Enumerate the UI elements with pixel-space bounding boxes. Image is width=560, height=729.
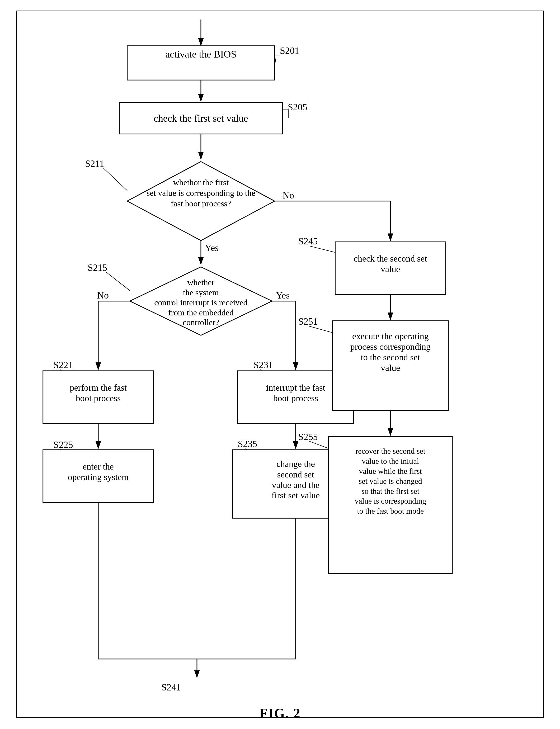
- s235-line4: first set value: [272, 490, 320, 500]
- svg-line-10: [106, 272, 130, 291]
- s255-line7: to the fast boot mode: [357, 506, 424, 515]
- s231-line1: interrupt the fast: [266, 383, 325, 392]
- s211-yes-label: Yes: [205, 243, 219, 253]
- s251-line4: value: [381, 363, 400, 373]
- svg-line-6: [103, 168, 127, 191]
- s215-line2: the system: [183, 288, 219, 297]
- s201-id: S201: [280, 45, 299, 56]
- s255-line3: value while the first: [359, 467, 422, 475]
- s215-line3: control interrupt is received: [154, 298, 247, 307]
- s255-line6: value is corresponding: [355, 496, 426, 505]
- s215-id: S215: [88, 262, 107, 273]
- s241-id: S241: [161, 682, 181, 693]
- s255-id: S255: [298, 431, 318, 442]
- s211-line2: set value is corresponding to the: [147, 189, 255, 198]
- svg-line-27: [309, 326, 333, 333]
- s211-id: S211: [85, 158, 104, 169]
- s235-id: S235: [238, 439, 257, 449]
- s255-line4: set value is changed: [359, 477, 422, 485]
- s215-line1: whether: [187, 278, 215, 287]
- s205-id: S205: [288, 102, 307, 112]
- s235-line1: change the: [276, 459, 315, 469]
- s231-id: S231: [253, 360, 273, 370]
- s251-line1: execute the operating: [352, 331, 429, 341]
- s211-no-label: No: [283, 190, 294, 201]
- s225-line2: operating system: [68, 472, 129, 482]
- s251-line3: to the second set: [361, 353, 420, 362]
- s215-line5: controller?: [183, 318, 219, 327]
- svg-line-29: [309, 441, 329, 448]
- s255-line2: value to the initial: [362, 456, 419, 465]
- s245-line2: value: [381, 264, 400, 274]
- s205-label: check the first set value: [154, 113, 248, 124]
- s231-line2: boot process: [273, 393, 318, 403]
- s215-no-label: No: [97, 290, 109, 301]
- s215-yes-label: Yes: [276, 290, 290, 301]
- s221-id: S221: [54, 360, 73, 370]
- s255-line5: so that the first set: [361, 487, 420, 495]
- s221-line1: perform the fast: [70, 383, 127, 392]
- s211-line1: whethor the first: [173, 178, 229, 187]
- s251-id: S251: [298, 316, 318, 327]
- s225-line1: enter the: [83, 462, 114, 471]
- svg-line-25: [309, 246, 335, 252]
- s255-line1: recover the second set: [355, 446, 426, 455]
- s245-id: S245: [298, 236, 318, 247]
- s235-line3: value and the: [272, 480, 320, 490]
- s245-line1: check the second set: [354, 254, 427, 264]
- diagram-container: activate the BIOS S201 check the first s…: [16, 11, 544, 718]
- s251-line2: process corresponding: [350, 342, 431, 352]
- figure-label: FIG. 2: [259, 705, 300, 721]
- s215-line4: from the embedded: [168, 308, 234, 317]
- s211-line3: fast boot process?: [171, 199, 231, 208]
- s235-line2: second set: [277, 469, 314, 479]
- s201-label: activate the BIOS: [165, 49, 236, 60]
- s225-id: S225: [54, 439, 73, 450]
- s221-line2: boot process: [76, 393, 121, 403]
